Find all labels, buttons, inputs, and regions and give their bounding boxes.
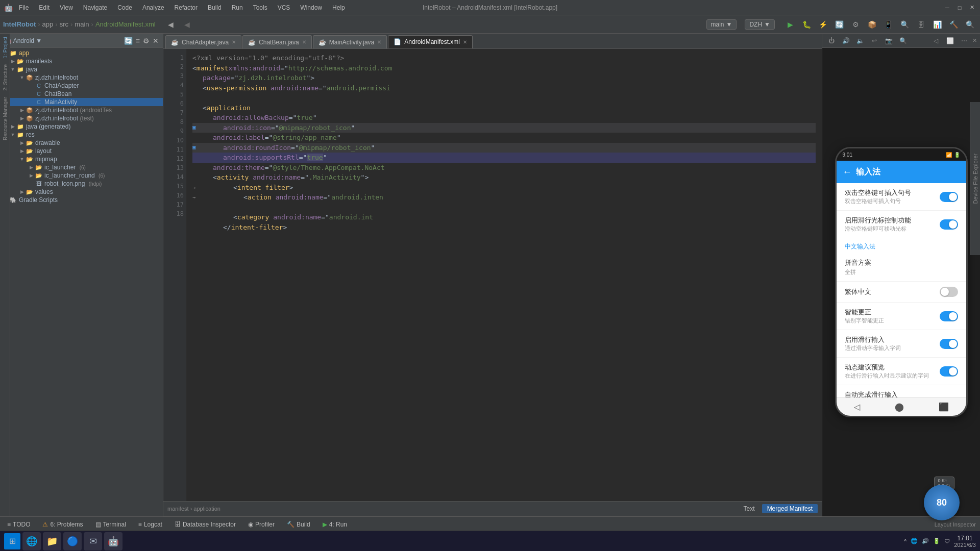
database-inspector-button[interactable]: 🗄 Database Inspector — [172, 520, 239, 529]
text-tab[interactable]: Text — [739, 504, 760, 513]
menu-run[interactable]: Run — [230, 3, 245, 12]
emulator-square-icon[interactable]: ⬜ — [944, 35, 956, 47]
profiler-button[interactable]: 📊 — [930, 17, 944, 32]
settings-button[interactable]: ⚙ — [848, 17, 863, 32]
breadcrumb-main[interactable]: main — [75, 20, 89, 28]
tree-item-package-main[interactable]: ▼ 📦 zj.dzh.intelrobot — [0, 73, 163, 82]
menu-vcs[interactable]: VCS — [276, 3, 292, 12]
sdk-manager-button[interactable]: 📦 — [865, 17, 879, 32]
phone-back-icon[interactable]: ← — [843, 167, 852, 178]
settings-icon[interactable]: ⚙ — [143, 37, 150, 45]
emulator-screenshot-icon[interactable]: 📷 — [883, 35, 895, 47]
sync-icon[interactable]: 🔄 — [124, 37, 133, 45]
emulator-vol-up-icon[interactable]: 🔊 — [840, 35, 852, 47]
tree-item-mipmap[interactable]: ▼ 📂 mipmap — [0, 155, 163, 163]
breadcrumb-project[interactable]: IntelRobot — [3, 20, 36, 28]
tab-close-manifest[interactable]: ✕ — [463, 39, 467, 45]
menu-help[interactable]: Help — [330, 3, 347, 12]
forward-nav-button[interactable]: ◀ — [180, 17, 194, 32]
emulator-back-icon[interactable]: ◁ — [929, 35, 942, 47]
taskbar-mail[interactable]: ✉ — [84, 532, 102, 550]
tree-item-values[interactable]: ▶ 📂 values — [0, 188, 163, 196]
sync-button[interactable]: 🔄 — [832, 17, 846, 32]
toggle-1[interactable] — [940, 192, 958, 202]
phone-setting-pinyin[interactable]: 拼音方案 全拼 — [837, 253, 966, 282]
tree-item-res[interactable]: ▼ 📁 res — [0, 131, 163, 139]
build-button[interactable]: 🔨 — [946, 17, 961, 32]
emulator-zoom-icon[interactable]: 🔍 — [897, 35, 909, 47]
emulator-close-btn[interactable]: ✕ — [972, 37, 977, 44]
minimize-button[interactable]: ─ — [943, 4, 951, 12]
resource-manager-label[interactable]: Resource Manager — [0, 94, 10, 143]
toggle-preview[interactable] — [940, 366, 958, 377]
menu-tools[interactable]: Tools — [251, 3, 270, 12]
terminal-button[interactable]: ▤ Terminal — [92, 520, 129, 529]
menu-edit[interactable]: Edit — [37, 3, 52, 12]
tab-close-mainactivity[interactable]: ✕ — [377, 39, 381, 45]
systray-network[interactable]: 🌐 — [911, 538, 918, 544]
phone-nav-recents[interactable]: ⬛ — [939, 402, 949, 412]
toggle-swipe[interactable] — [940, 339, 958, 349]
layout-inspector-btn[interactable]: 🔍 — [897, 17, 912, 32]
menu-view[interactable]: View — [58, 3, 75, 12]
tree-item-mainactivity[interactable]: ▶ C MainActivity — [0, 98, 163, 106]
logcat-button[interactable]: ≡ Logcat — [135, 520, 165, 529]
problems-button[interactable]: ⚠ 6: Problems — [39, 520, 86, 529]
build-bottom-button[interactable]: 🔨 Build — [284, 520, 313, 529]
tab-close-chatbean[interactable]: ✕ — [302, 39, 306, 45]
breadcrumb-file[interactable]: AndroidManifest.xml — [95, 20, 156, 28]
breadcrumb-app[interactable]: app — [42, 20, 54, 28]
emulator-more-icon[interactable]: ⋯ — [958, 35, 970, 47]
tree-item-ic-launcher-round[interactable]: ▶ 📂 ic_launcher_round (6) — [0, 171, 163, 180]
tab-androidmanifest[interactable]: 📄 AndroidManifest.xml ✕ — [388, 35, 473, 48]
emulator-rotate-icon[interactable]: ↩ — [868, 35, 880, 47]
run-config-dropdown[interactable]: main ▼ — [706, 19, 737, 30]
tree-item-ic-launcher[interactable]: ▶ 📂 ic_launcher (6) — [0, 163, 163, 171]
start-button[interactable]: ⊞ — [4, 533, 20, 549]
layout-inspector-bottom-label[interactable]: Layout Inspector — [935, 521, 976, 528]
emulator-vol-down-icon[interactable]: 🔈 — [854, 35, 866, 47]
taskbar-intellij[interactable]: 🤖 — [104, 532, 122, 550]
systray-arrow[interactable]: ^ — [904, 538, 906, 544]
tree-item-java[interactable]: ▼ 📁 java — [0, 65, 163, 73]
toggle-2[interactable] — [940, 219, 958, 230]
profiler-bottom-button[interactable]: ◉ Profiler — [245, 520, 278, 529]
device-file-explorer-label[interactable]: Device File Explorer — [971, 152, 979, 206]
phone-content[interactable]: 双击空格键可插入句号 双击空格键可插入句号 启用滑行光标控制功能 滑动空格键即可… — [837, 183, 966, 397]
menu-code[interactable]: Code — [115, 3, 134, 12]
debug-button[interactable]: 🐛 — [799, 17, 814, 32]
back-nav-button[interactable]: ◀ — [164, 17, 178, 32]
tree-item-manifests[interactable]: ▶ 📂 manifests — [0, 57, 163, 65]
search-everywhere-button[interactable]: 🔍 — [963, 17, 977, 32]
avd-manager-button[interactable]: 📱 — [881, 17, 895, 32]
tree-item-gradle[interactable]: ▶ 🐘 Gradle Scripts — [0, 196, 163, 204]
systray-battery[interactable]: 🔋 — [933, 538, 940, 544]
profile-button[interactable]: ⚡ — [816, 17, 830, 32]
code-container[interactable]: 12345 678910 1112131415 161718 <?xml ver… — [163, 49, 822, 501]
menu-navigate[interactable]: Navigate — [81, 3, 109, 12]
tree-item-robot-icon[interactable]: ▶ 🖼 robot_icon.png (hdpi) — [0, 180, 163, 188]
collapse-icon[interactable]: ≡ — [136, 37, 140, 45]
phone-nav-home[interactable]: ⬤ — [895, 402, 904, 412]
tree-item-chatbean[interactable]: ▶ C ChatBean — [0, 90, 163, 98]
tab-chatadapter[interactable]: ☕ ChatAdapter.java ✕ — [165, 35, 241, 48]
menu-analyze[interactable]: Analyze — [140, 3, 166, 12]
project-panel-label[interactable]: 1: Project — [0, 34, 10, 61]
tree-item-chatadapter[interactable]: ▶ C ChatAdapter — [0, 82, 163, 90]
tree-item-layout[interactable]: ▶ 📂 layout — [0, 147, 163, 155]
tree-item-package-test[interactable]: ▶ 📦 zj.dzh.intelrobot (test) — [0, 114, 163, 122]
structure-panel-label[interactable]: 2: Structure — [0, 61, 10, 94]
close-panel-icon[interactable]: ✕ — [153, 37, 159, 45]
systray-shield[interactable]: 🛡 — [944, 538, 950, 544]
menu-window[interactable]: Window — [298, 3, 324, 12]
maximize-button[interactable]: □ — [955, 4, 964, 12]
close-button[interactable]: ✕ — [968, 4, 976, 12]
taskbar-browser[interactable]: 🌐 — [22, 532, 41, 550]
tree-item-drawable[interactable]: ▶ 📂 drawable — [0, 139, 163, 147]
merged-manifest-tab[interactable]: Merged Manifest — [762, 504, 818, 513]
toggle-smart[interactable] — [940, 311, 958, 321]
tree-item-java-gen[interactable]: ▶ 📁 java (generated) — [0, 122, 163, 131]
systray-volume[interactable]: 🔊 — [922, 538, 929, 544]
phone-nav-back[interactable]: ◁ — [854, 402, 860, 412]
run-button[interactable]: ▶ — [783, 17, 797, 32]
